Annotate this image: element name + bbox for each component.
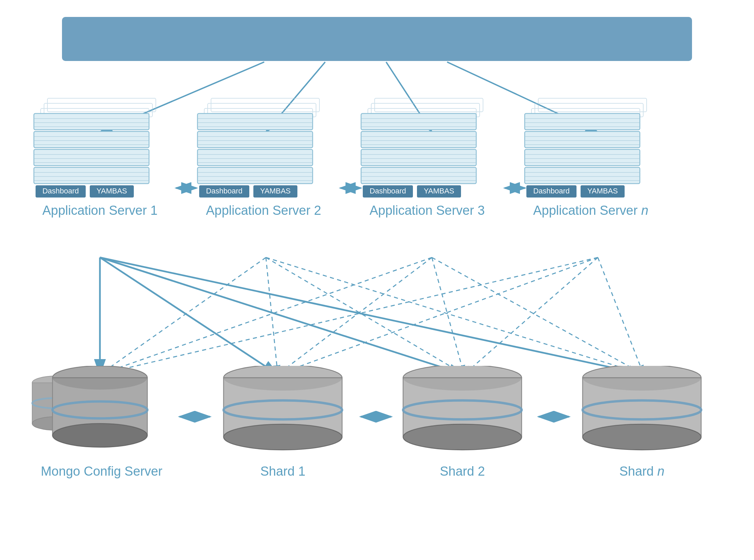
svg-line-19 [100,258,432,374]
mongo-config-server-label: Mongo Config Server [41,464,162,479]
app-server-1-group: Dashboard YAMBAS Application Server 1 [27,95,173,218]
svg-rect-64 [198,149,313,166]
svg-rect-60 [198,132,313,148]
svg-line-25 [464,258,598,374]
svg-rect-87 [361,149,476,166]
shard-n-label: Shard n [619,464,664,479]
svg-line-13 [100,258,464,374]
svg-point-143 [403,424,522,450]
svg-line-21 [432,258,464,374]
app-server-3-icon: Dashboard YAMBAS [354,95,500,200]
svg-line-22 [432,258,644,374]
svg-rect-37 [34,132,149,148]
svg-rect-91 [361,167,476,184]
svg-line-23 [100,258,598,374]
svg-line-26 [598,258,644,374]
svg-rect-114 [525,167,640,184]
shard-2-icon [389,366,535,461]
svg-rect-110 [525,149,640,166]
svg-text:Dashboard: Dashboard [42,187,79,195]
shard-1-group: Shard 1 [210,366,356,479]
app-server-2-group: Dashboard YAMBAS Application Server 2 [191,95,337,218]
svg-line-15 [100,258,266,374]
svg-line-16 [266,258,278,374]
svg-text:YAMBAS: YAMBAS [587,187,618,195]
svg-text:YAMBAS: YAMBAS [97,187,127,195]
svg-rect-99 [538,98,647,112]
svg-rect-102 [525,114,640,130]
svg-rect-53 [211,98,320,112]
svg-line-24 [278,258,598,374]
app-server-2-label: Application Server 2 [206,203,321,218]
app-server-n-icon: Dashboard YAMBAS [518,95,664,200]
svg-rect-68 [198,167,313,184]
svg-rect-41 [34,149,149,166]
svg-text:Dashboard: Dashboard [206,187,243,195]
top-bar [62,17,692,61]
svg-rect-106 [525,132,640,148]
shard-2-label: Shard 2 [440,464,485,479]
shard-n-group: Shard n [569,366,715,479]
app-server-3-group: Dashboard YAMBAS Application Server 3 [354,95,500,218]
svg-rect-76 [375,98,483,112]
app-server-1-label: Application Server 1 [42,203,158,218]
app-server-3-label: Application Server 3 [370,203,485,218]
svg-rect-83 [361,132,476,148]
shard-n-icon [569,366,715,461]
svg-rect-33 [34,114,149,130]
diagram-container: Dashboard YAMBAS Application Server 1 [0,0,754,560]
svg-point-130 [53,366,147,389]
svg-line-20 [278,258,432,374]
svg-point-142 [403,366,522,391]
app-server-2-icon: Dashboard YAMBAS [191,95,337,200]
svg-rect-30 [47,98,156,112]
svg-point-148 [583,366,701,391]
shard-2-group: Shard 2 [389,366,535,479]
shard-1-icon [210,366,356,461]
svg-text:Dashboard: Dashboard [533,187,570,195]
svg-rect-56 [198,114,313,130]
svg-line-17 [266,258,464,374]
app-server-n-label: Application Server n [533,203,648,218]
svg-line-18 [266,258,644,374]
mongo-config-server-icon [19,366,185,461]
svg-rect-79 [361,114,476,130]
svg-rect-45 [34,167,149,184]
svg-text:YAMBAS: YAMBAS [260,187,291,195]
mongo-config-server-group: Mongo Config Server [19,366,185,479]
shard-1-label: Shard 1 [260,464,305,479]
svg-point-136 [224,366,342,391]
svg-text:YAMBAS: YAMBAS [424,187,454,195]
svg-line-12 [100,258,278,374]
svg-point-137 [224,424,342,450]
svg-line-14 [100,258,644,374]
svg-point-131 [53,423,147,447]
svg-text:Dashboard: Dashboard [370,187,406,195]
svg-point-149 [583,424,701,450]
app-server-n-group: Dashboard YAMBAS Application Server n [518,95,664,218]
app-server-1-icon: Dashboard YAMBAS [27,95,173,200]
